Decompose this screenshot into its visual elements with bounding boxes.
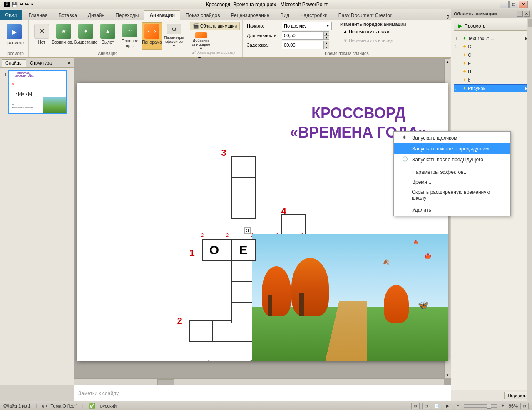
start-dropdown[interactable]: По щелчку ▼ bbox=[282, 22, 332, 30]
move-forward-btn[interactable]: ▼ Переместить вперед bbox=[340, 37, 406, 44]
fade-btn[interactable]: ✦ Выцветание bbox=[75, 22, 96, 50]
tab-edc[interactable]: Easy Document Creator bbox=[333, 10, 397, 20]
dropdown-arrow[interactable]: ▼ bbox=[30, 2, 34, 7]
maximize-btn[interactable]: □ bbox=[509, 1, 518, 8]
tab-review[interactable]: Рецензирование bbox=[226, 10, 275, 20]
timing-group-label: Время показа слайдов bbox=[247, 50, 447, 56]
status-right: ⊞ ⊟ 📄 ▶ − + 96% ⊡ bbox=[411, 402, 529, 409]
ribbon-group-animations: ✕ Нет ★ Возникнов... ✦ Выцветание ▲ Выле… bbox=[29, 20, 187, 58]
panorama-btn[interactable]: ⟺ Панорама bbox=[142, 22, 162, 50]
structure-tab[interactable]: Структура bbox=[26, 59, 55, 67]
duration-down[interactable]: ▼ bbox=[323, 35, 329, 40]
theme-text: " bbox=[48, 403, 50, 408]
tab-file[interactable]: Файл bbox=[0, 10, 22, 20]
clue-3: 3 bbox=[221, 148, 226, 158]
undo-btn[interactable]: ↩ bbox=[20, 2, 23, 7]
ctx-item-start-click[interactable]: 🖱 Запускать щелчком bbox=[394, 132, 510, 143]
preview-button[interactable]: ▶ Просмотр bbox=[3, 22, 25, 50]
play-preview-btn[interactable]: ▶ Просмотр bbox=[454, 21, 530, 31]
tab-transitions[interactable]: Переходы bbox=[110, 10, 144, 20]
tab-home[interactable]: Главная bbox=[23, 10, 53, 20]
delay-input[interactable]: 00,00 bbox=[282, 41, 323, 49]
preview-group-label: Просмотр bbox=[3, 50, 25, 56]
view-normal-btn[interactable]: ⊞ bbox=[411, 402, 420, 409]
row1-marker-1: 2 bbox=[201, 233, 204, 238]
ctx-item-hide-timeline[interactable]: Скрыть расширенную временную шкалу bbox=[394, 187, 510, 203]
row2-cell2 bbox=[212, 320, 236, 342]
ctx-item-delete[interactable]: Удалить bbox=[394, 205, 510, 215]
fit-window-btn[interactable]: ⊡ bbox=[520, 402, 529, 409]
no-animation-btn[interactable]: ✕ Нет bbox=[31, 22, 52, 50]
tab-animation[interactable]: Анимация bbox=[144, 10, 180, 20]
duration-label: Длительность: bbox=[247, 33, 280, 38]
tab-view[interactable]: Вид bbox=[275, 10, 295, 20]
grid-col3-cell2 bbox=[231, 177, 256, 198]
params-btn[interactable]: ⚙ Параметрыэффектов ▼ bbox=[164, 22, 184, 50]
scroll-up[interactable]: ▲ bbox=[445, 58, 450, 65]
slide-thumbnail-area: 1 КРОССВОРД«ВРЕМЕНА ГОДА» 3 1 О С Е Н Ь … bbox=[0, 68, 74, 117]
save-btn[interactable]: 💾 bbox=[12, 2, 18, 8]
anim-item-1[interactable]: 1 ✦ TextBox 2: ... ▶ bbox=[454, 34, 530, 42]
zoom-in-btn[interactable]: + bbox=[500, 402, 506, 409]
tab-insert[interactable]: Вставка bbox=[53, 10, 82, 20]
redo-btn[interactable]: ↪ bbox=[25, 2, 29, 7]
duration-input[interactable]: 00,50 bbox=[282, 31, 323, 40]
ctx-item-effect-params[interactable]: Параметры эффектов... bbox=[394, 167, 510, 177]
view-slideshow-btn[interactable]: ▶ bbox=[444, 402, 452, 409]
ribbon-group-advanced: 🎬 Область анимации + Добавитьанимацию ▼ … bbox=[187, 20, 243, 58]
title-bar: 🅿 💾 ↩ ↪ ▼ Кроссворд_Времена года.pptx - … bbox=[0, 0, 532, 9]
fade-btn-label: Выцветание bbox=[74, 40, 98, 45]
theme-info: 🏷 " Тема Office " bbox=[42, 403, 77, 408]
move-back-btn[interactable]: ▲ Переместить назад bbox=[340, 28, 406, 35]
view-sorter-btn[interactable]: ⊟ bbox=[422, 402, 430, 409]
add-animation-btn[interactable]: + Добавитьанимацию ▼ bbox=[190, 31, 212, 48]
params-btn-label: Параметрыэффектов ▼ bbox=[164, 35, 184, 48]
scroll-down[interactable]: ▼ bbox=[445, 372, 450, 378]
panel-scrollbar[interactable] bbox=[527, 18, 532, 401]
slides-tab[interactable]: Слайды bbox=[2, 59, 26, 67]
anim-item-7[interactable]: 3 ✦ Рисунок... ▶ bbox=[454, 84, 530, 92]
tab-slideshow[interactable]: Показ слайдов bbox=[180, 10, 226, 20]
duration-up[interactable]: ▲ bbox=[323, 31, 329, 35]
close-btn[interactable]: ✕ bbox=[519, 1, 528, 8]
autumn-image: 🍁 🍂 🍁 🦋 bbox=[252, 234, 448, 361]
anim-area-btn[interactable]: 🎬 Область анимации bbox=[190, 22, 240, 30]
status-left: Слайд 1 из 1 | 🏷 " Тема Office " | ✅ рус… bbox=[3, 402, 117, 409]
ctx-item-time[interactable]: Время... bbox=[394, 177, 510, 187]
ctx-item-start-with[interactable]: Запускать вместе с предыдущим bbox=[394, 143, 510, 154]
zoom-out-btn[interactable]: − bbox=[455, 402, 461, 409]
fly-btn[interactable]: ▲ Вылет bbox=[97, 22, 118, 50]
notes-area[interactable]: Заметки к слайду bbox=[74, 385, 451, 401]
minimize-btn[interactable]: — bbox=[500, 1, 509, 8]
horizontal-scrollbar[interactable] bbox=[74, 378, 444, 385]
anim-item-2[interactable]: 2 ✦ О bbox=[454, 42, 530, 51]
animation-panel-header: Область анимации — ✕ bbox=[451, 9, 532, 18]
status-separator-1: | bbox=[36, 403, 37, 408]
anim-item-5-label: Н bbox=[468, 69, 528, 74]
view-reading-btn[interactable]: 📄 bbox=[433, 402, 441, 409]
change-order-label: Изменить порядок анимации bbox=[340, 22, 406, 27]
help-icon[interactable]: ? bbox=[447, 15, 449, 20]
tab-addins[interactable]: Надстройки bbox=[295, 10, 333, 20]
smooth-btn[interactable]: ~ Плавное пр... bbox=[119, 22, 140, 50]
ctx-click-icon: 🖱 bbox=[402, 135, 409, 141]
anim-item-6[interactable]: ✦ b bbox=[454, 76, 530, 84]
status-bar: Слайд 1 из 1 | 🏷 " Тема Office " | ✅ рус… bbox=[0, 401, 532, 410]
panel-close-btn[interactable]: ✕ bbox=[524, 11, 530, 17]
ctx-item-start-after[interactable]: 🕐 Запускать после предыдущего bbox=[394, 154, 510, 165]
order-btn[interactable]: Порядок bbox=[504, 392, 530, 399]
appear-btn[interactable]: ★ Возникнов... bbox=[53, 22, 74, 50]
slide-thumbnail[interactable]: КРОССВОРД«ВРЕМЕНА ГОДА» 3 1 О С Е Н Ь Пр… bbox=[8, 70, 67, 114]
tab-design[interactable]: Дизайн bbox=[82, 10, 110, 20]
panel-shrink-btn[interactable]: — bbox=[517, 11, 523, 17]
anim-item-3[interactable]: ✦ С bbox=[454, 51, 530, 59]
grid-col3-cell1 bbox=[231, 156, 256, 178]
zoom-slider[interactable] bbox=[464, 404, 497, 408]
anim-item-5[interactable]: ✦ Н bbox=[454, 68, 530, 76]
anim-item-4[interactable]: ✦ Е bbox=[454, 59, 530, 68]
delay-up[interactable]: ▲ bbox=[323, 41, 329, 45]
panel-close-icon[interactable]: ✕ bbox=[66, 60, 72, 66]
delay-down[interactable]: ▼ bbox=[323, 45, 329, 49]
anim-by-sample-btn[interactable]: 🖌 Анимация по образцу bbox=[190, 49, 240, 55]
image-badge-3: 3 bbox=[244, 227, 250, 234]
